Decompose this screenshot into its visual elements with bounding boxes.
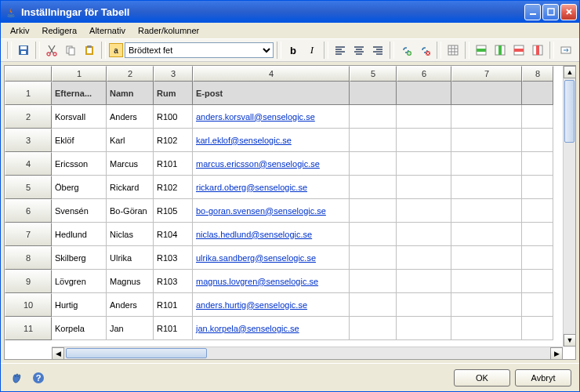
cell-empty[interactable] <box>397 152 451 176</box>
bold-icon[interactable]: b <box>285 42 302 59</box>
column-label-rum[interactable]: Rum <box>154 82 193 105</box>
paste-icon[interactable] <box>81 42 98 59</box>
menu-arkiv[interactable]: Arkiv <box>4 24 35 37</box>
cell-rum[interactable]: R105 <box>154 199 193 223</box>
col-delete-icon[interactable] <box>529 42 546 59</box>
cell-efternamn[interactable]: Skilberg <box>52 246 107 270</box>
row-header[interactable]: 9 <box>5 270 52 293</box>
cell-empty[interactable] <box>451 293 522 317</box>
cell-namn[interactable]: Anders <box>107 293 154 317</box>
column-header[interactable]: 4 <box>193 66 350 82</box>
column-label-empty[interactable] <box>350 82 397 105</box>
email-link[interactable]: marcus.ericsson@senselogic.se <box>196 159 320 169</box>
cell-namn[interactable]: Jan <box>107 317 154 340</box>
email-link[interactable]: jan.korpela@senselogic.se <box>196 324 299 333</box>
row-header[interactable]: 5 <box>5 176 52 199</box>
link-remove-icon[interactable] <box>416 42 433 59</box>
cell-epost[interactable]: jan.korpela@senselogic.se <box>193 317 350 340</box>
titlebar[interactable]: Inställningar för Tabell <box>1 1 579 23</box>
cell-rum[interactable]: R102 <box>154 129 193 152</box>
cell-epost[interactable]: karl.eklof@senselogic.se <box>193 129 350 152</box>
cell-epost[interactable]: rickard.oberg@senselogic.se <box>193 176 350 199</box>
scroll-thumb[interactable] <box>66 348 207 358</box>
cell-epost[interactable]: marcus.ericsson@senselogic.se <box>193 152 350 176</box>
minimize-button[interactable] <box>524 4 541 20</box>
cell-efternamn[interactable]: Eklöf <box>52 129 107 152</box>
column-label-epost[interactable]: E-post <box>193 82 350 105</box>
merge-cells-icon[interactable] <box>557 42 575 59</box>
row-header[interactable]: 8 <box>5 246 52 270</box>
email-link[interactable]: anders.hurtig@senselogic.se <box>196 300 307 310</box>
cell-empty[interactable] <box>451 176 522 199</box>
cell-epost[interactable]: anders.korsvall@senselogic.se <box>193 105 350 129</box>
row-header[interactable]: 2 <box>5 105 52 129</box>
help-icon[interactable]: ? <box>31 370 46 386</box>
scroll-left-icon[interactable]: ◀ <box>52 347 64 360</box>
cell-empty[interactable] <box>397 293 451 317</box>
column-header[interactable]: 2 <box>107 66 154 82</box>
cell-empty[interactable] <box>522 129 553 152</box>
vertical-scrollbar[interactable]: ▲ ▼ <box>563 66 575 347</box>
cell-empty[interactable] <box>397 223 451 246</box>
cell-namn[interactable]: Bo-Göran <box>107 199 154 223</box>
cell-empty[interactable] <box>522 152 553 176</box>
cell-empty[interactable] <box>522 105 553 129</box>
cell-epost[interactable]: bo-goran.svensen@senselogic.se <box>193 199 350 223</box>
cell-empty[interactable] <box>522 246 553 270</box>
cell-empty[interactable] <box>350 199 397 223</box>
col-insert-icon[interactable] <box>491 42 509 59</box>
email-link[interactable]: magnus.lovgren@senselogic.se <box>196 277 318 286</box>
cell-efternamn[interactable]: Korsvall <box>52 105 107 129</box>
row-header[interactable]: 3 <box>5 129 52 152</box>
table-icon[interactable] <box>444 42 462 59</box>
italic-icon[interactable]: I <box>303 42 321 59</box>
cell-empty[interactable] <box>350 152 397 176</box>
email-link[interactable]: karl.eklof@senselogic.se <box>196 136 292 145</box>
ok-button[interactable]: OK <box>454 369 510 387</box>
scroll-right-icon[interactable]: ▶ <box>550 347 563 360</box>
cell-efternamn[interactable]: Lövgren <box>52 270 107 293</box>
column-header[interactable]: 6 <box>397 66 451 82</box>
cell-empty[interactable] <box>350 246 397 270</box>
column-label-empty[interactable] <box>397 82 451 105</box>
cell-rum[interactable]: R102 <box>154 176 193 199</box>
email-link[interactable]: bo-goran.svensen@senselogic.se <box>196 206 326 216</box>
cell-namn[interactable]: Magnus <box>107 270 154 293</box>
cell-empty[interactable] <box>451 129 522 152</box>
cell-empty[interactable] <box>451 152 522 176</box>
scroll-up-icon[interactable]: ▲ <box>564 66 576 78</box>
scroll-down-icon[interactable]: ▼ <box>564 334 576 347</box>
cell-efternamn[interactable]: Hedlund <box>52 223 107 246</box>
cell-namn[interactable]: Niclas <box>107 223 154 246</box>
cell-empty[interactable] <box>397 246 451 270</box>
cell-empty[interactable] <box>350 105 397 129</box>
column-header[interactable]: 7 <box>451 66 522 82</box>
column-label-namn[interactable]: Namn <box>107 82 154 105</box>
cell-empty[interactable] <box>522 223 553 246</box>
cancel-button[interactable]: Avbryt <box>515 369 571 387</box>
cell-epost[interactable]: ulrika.sandberg@senselogic.se <box>193 246 350 270</box>
cell-empty[interactable] <box>397 176 451 199</box>
align-left-icon[interactable] <box>332 42 349 59</box>
cell-epost[interactable]: niclas.hedlund@senselogic.se <box>193 223 350 246</box>
email-link[interactable]: ulrika.sandberg@senselogic.se <box>196 253 316 263</box>
cell-rum[interactable]: R101 <box>154 152 193 176</box>
cell-empty[interactable] <box>397 270 451 293</box>
cell-empty[interactable] <box>350 129 397 152</box>
cell-namn[interactable]: Anders <box>107 105 154 129</box>
cell-empty[interactable] <box>522 176 553 199</box>
cell-empty[interactable] <box>451 270 522 293</box>
cell-efternamn[interactable]: Svensén <box>52 199 107 223</box>
row-header[interactable]: 11 <box>5 317 52 340</box>
column-header[interactable]: 5 <box>350 66 397 82</box>
cell-empty[interactable] <box>451 246 522 270</box>
row-header[interactable]: 7 <box>5 223 52 246</box>
cell-namn[interactable]: Ulrika <box>107 246 154 270</box>
cell-empty[interactable] <box>350 270 397 293</box>
cell-empty[interactable] <box>350 293 397 317</box>
cell-efternamn[interactable]: Hurtig <box>52 293 107 317</box>
link-add-icon[interactable] <box>397 42 415 59</box>
cell-empty[interactable] <box>451 223 522 246</box>
maximize-button[interactable] <box>542 4 559 20</box>
cell-empty[interactable] <box>522 317 553 340</box>
